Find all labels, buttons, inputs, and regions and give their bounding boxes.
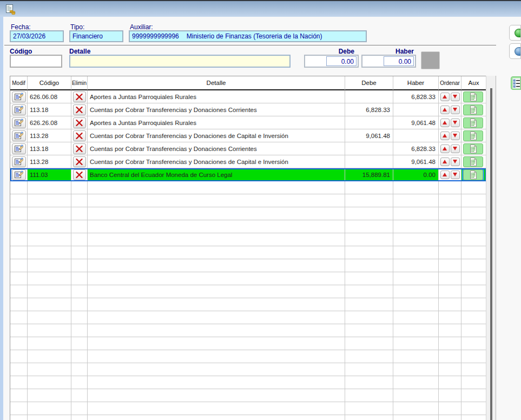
codigo-cell [28, 285, 71, 298]
modif-cell [10, 103, 28, 116]
debe-cell [345, 324, 393, 337]
codigo-cell [28, 389, 71, 402]
modif-cell [10, 272, 28, 285]
delete-row-button[interactable] [73, 156, 86, 167]
delete-row-button[interactable] [73, 130, 86, 141]
modif-cell [10, 246, 28, 259]
delete-row-button[interactable] [73, 143, 86, 154]
haber-display: 0.00 [361, 55, 416, 68]
aux-detail-button[interactable] [463, 169, 483, 180]
ordenar-cell [439, 194, 461, 207]
table-row[interactable]: 113.18Cuentas por Cobrar Transferencias … [10, 103, 486, 116]
scrollbar-thumb[interactable] [490, 88, 492, 420]
list-button[interactable] [511, 76, 521, 90]
aux-detail-button[interactable] [463, 91, 483, 102]
detalle-cell [88, 233, 345, 246]
confirm-button[interactable] [509, 25, 521, 41]
move-row-down-button[interactable] [451, 93, 460, 101]
header-ordenar: Ordenar [439, 76, 461, 90]
move-row-up-button[interactable] [440, 119, 450, 127]
elimin-cell [71, 259, 88, 272]
move-row-down-button[interactable] [451, 170, 460, 179]
modify-row-button[interactable] [12, 156, 26, 167]
move-row-down-button[interactable] [451, 119, 460, 127]
ordenar-cell [439, 142, 461, 155]
ordenar-cell [439, 129, 461, 142]
secondary-button[interactable] [509, 43, 521, 59]
table-row[interactable]: 111.03Banco Central del Ecuador Moneda d… [10, 168, 486, 181]
move-row-up-button[interactable] [440, 106, 450, 114]
aux-detail-button[interactable] [463, 130, 483, 141]
color-swatch-button[interactable] [421, 51, 440, 69]
aux-cell [461, 233, 486, 246]
red-x-icon [76, 172, 83, 178]
table-row[interactable]: 113.28Cuentas por Cobrar Transferencias … [10, 129, 486, 142]
tipo-input[interactable]: Financiero [69, 30, 123, 42]
modif-cell [10, 181, 28, 194]
table-row[interactable]: 113.28Cuentas por Cobrar Transferencias … [10, 155, 486, 168]
move-row-up-button[interactable] [440, 158, 450, 166]
modify-row-button[interactable] [12, 143, 26, 154]
elimin-cell [71, 194, 88, 207]
ordenar-cell [439, 246, 461, 259]
codigo-cell [28, 337, 71, 350]
table-empty-row [10, 181, 486, 194]
table-row[interactable]: 626.06.08Aportes a Juntas Parroquiales R… [10, 90, 486, 103]
delete-row-button[interactable] [73, 117, 86, 128]
edit-form-icon [15, 93, 23, 101]
auxiliar-input[interactable]: 9999999999996Ministerio de Finanzas (Tes… [129, 30, 367, 42]
document-list-icon [470, 170, 477, 179]
move-row-up-button[interactable] [440, 145, 450, 153]
move-row-down-button[interactable] [451, 158, 460, 166]
header-debe: Debe [345, 76, 393, 90]
aux-detail-button[interactable] [463, 104, 483, 115]
move-row-up-button[interactable] [440, 93, 450, 101]
aux-detail-button[interactable] [463, 143, 483, 154]
elimin-cell [71, 233, 88, 246]
delete-row-button[interactable] [73, 91, 86, 102]
codigo-input[interactable] [10, 55, 62, 68]
ordenar-cell [439, 207, 461, 220]
debe-value[interactable]: 0.00 [326, 56, 357, 66]
aux-detail-button[interactable] [463, 156, 483, 167]
aux-cell [461, 181, 486, 194]
fecha-input[interactable]: 27/03/2026 [10, 30, 64, 42]
move-row-up-button[interactable] [440, 170, 450, 179]
delete-row-button[interactable] [73, 104, 86, 115]
delete-row-button[interactable] [73, 169, 86, 180]
move-row-down-button[interactable] [451, 145, 460, 153]
aux-cell [461, 376, 486, 389]
debe-cell [345, 142, 393, 155]
up-triangle-icon [443, 147, 447, 150]
table-row[interactable]: 626.26.08Aportes a Juntas Parroquiales R… [10, 116, 486, 129]
move-row-down-button[interactable] [451, 106, 460, 114]
haber-value[interactable]: 0.00 [384, 56, 414, 66]
modify-row-button[interactable] [12, 91, 26, 102]
aux-cell [461, 246, 486, 259]
aux-cell [461, 194, 486, 207]
modify-row-button[interactable] [12, 104, 26, 115]
header-codigo: Código [28, 76, 71, 90]
ordenar-cell [439, 285, 461, 298]
modify-row-button[interactable] [12, 169, 26, 180]
debe-cell [345, 285, 393, 298]
up-triangle-icon [443, 160, 447, 163]
detalle-input[interactable] [69, 55, 291, 68]
modif-cell [10, 259, 28, 272]
debe-cell [345, 220, 393, 233]
haber-cell [393, 376, 439, 389]
ordenar-cell [439, 259, 461, 272]
header-elimin: Elimin [71, 76, 88, 90]
document-list-icon [470, 132, 477, 140]
aux-cell [461, 298, 486, 311]
table-row[interactable]: 113.18Cuentas por Cobrar Transferencias … [10, 142, 486, 155]
move-row-up-button[interactable] [440, 132, 450, 140]
vertical-scrollbar[interactable] [486, 76, 496, 420]
edit-form-icon [15, 106, 23, 114]
move-row-down-button[interactable] [451, 132, 460, 140]
aux-detail-button[interactable] [463, 117, 483, 128]
modify-row-button[interactable] [12, 117, 26, 128]
detalle-cell [88, 272, 345, 285]
modify-row-button[interactable] [12, 130, 26, 141]
aux-cell [461, 350, 486, 363]
